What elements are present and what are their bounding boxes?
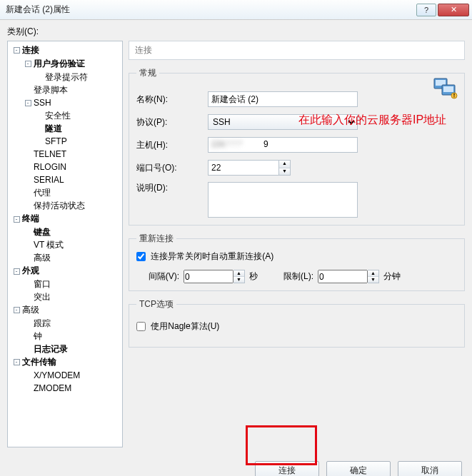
tree-node-keyboard[interactable]: 键盘	[34, 227, 51, 237]
group-tcp: TCP选项 使用Nagle算法(U)	[129, 298, 465, 348]
group-general-title: 常规	[136, 67, 159, 79]
host-redacted: 104.*.*.*	[211, 139, 242, 149]
svg-point-6	[453, 96, 455, 98]
limit-spinner[interactable]: ▲▼	[368, 270, 379, 283]
port-input[interactable]	[208, 160, 279, 176]
cancel-button[interactable]: 取消	[398, 461, 462, 476]
tree-node-vt[interactable]: VT 模式	[34, 240, 64, 250]
limit-label: 限制(L):	[271, 270, 313, 283]
nagle-checkbox-label[interactable]: 使用Nagle算法(U)	[136, 321, 219, 331]
tree-toggle-icon[interactable]: -	[12, 356, 21, 369]
tree-node-telnet[interactable]: TELNET	[34, 149, 66, 159]
hosts-icon	[433, 78, 458, 99]
interval-spinner[interactable]: ▲▼	[234, 270, 245, 283]
category-label: 类别(C):	[7, 26, 465, 38]
limit-input[interactable]	[318, 270, 368, 283]
titlebar: 新建会话 (2)属性 ? ✕	[0, 0, 472, 20]
auto-reconnect-checkbox-label[interactable]: 连接异常关闭时自动重新连接(A)	[136, 251, 273, 261]
tree-toggle-icon[interactable]: -	[12, 44, 21, 57]
interval-unit: 秒	[249, 270, 258, 283]
category-tree[interactable]: -连接 -用户身份验证 登录提示符 登录脚本 -SSH 安全性 隧道 SFTP …	[7, 41, 123, 447]
desc-label: 说明(D):	[136, 182, 208, 194]
svg-rect-5	[453, 93, 455, 96]
auto-reconnect-checkbox[interactable]	[136, 252, 146, 261]
name-input[interactable]	[208, 91, 358, 107]
close-button[interactable]: ✕	[438, 4, 469, 16]
tree-node-userauth[interactable]: 用户身份验证	[34, 59, 85, 69]
tree-node-rlogin[interactable]: RLOGIN	[34, 162, 66, 172]
tree-node-proxy[interactable]: 代理	[34, 188, 51, 198]
description-textarea[interactable]	[208, 182, 358, 218]
annotation-text: 在此输入你的云服务器IP地址	[298, 112, 446, 128]
tree-node-bell[interactable]: 钟	[34, 331, 42, 341]
tree-node-serial[interactable]: SERIAL	[34, 175, 64, 185]
tree-toggle-icon[interactable]: -	[24, 58, 32, 71]
tree-node-trace[interactable]: 跟踪	[34, 318, 51, 328]
tree-node-security[interactable]: 安全性	[45, 111, 71, 121]
interval-input[interactable]	[184, 270, 234, 283]
tree-toggle-icon[interactable]: -	[12, 304, 21, 317]
host-label: 主机(H):	[136, 139, 208, 151]
group-tcp-title: TCP选项	[136, 298, 176, 310]
host-suffix: 9	[263, 139, 268, 149]
limit-unit: 分钟	[383, 270, 401, 283]
tree-node-terminal[interactable]: 终端	[22, 213, 39, 223]
group-reconnect: 重新连接 连接异常关闭时自动重新连接(A) 间隔(V): ▲▼ 秒	[129, 233, 465, 291]
tree-node-loginprompt[interactable]: 登录提示符	[45, 72, 88, 82]
tree-node-highlight[interactable]: 突出	[34, 292, 51, 302]
tree-node-filetx[interactable]: 文件传输	[22, 357, 56, 367]
tree-node-keepalive[interactable]: 保持活动状态	[34, 201, 85, 211]
svg-rect-3	[443, 86, 453, 92]
ok-button[interactable]: 确定	[326, 461, 391, 476]
tree-node-sftp[interactable]: SFTP	[45, 136, 67, 146]
tree-node-window[interactable]: 窗口	[34, 279, 51, 289]
tree-toggle-icon[interactable]: -	[24, 96, 32, 109]
port-spinner[interactable]: ▲▼	[279, 160, 291, 176]
dialog-footer: 连接 确定 取消	[0, 457, 472, 476]
tree-node-term-adv[interactable]: 高级	[34, 253, 51, 263]
help-button[interactable]: ?	[416, 4, 436, 16]
tree-node-logging[interactable]: 日志记录	[34, 344, 68, 354]
tree-node-ssh[interactable]: SSH	[34, 98, 51, 108]
protocol-label: 协议(P):	[136, 116, 208, 128]
nagle-checkbox[interactable]	[136, 322, 146, 331]
dialog-body: 类别(C): -连接 -用户身份验证 登录提示符 登录脚本 -SSH 安全性 隧…	[0, 20, 472, 457]
tree-node-tunnel[interactable]: 隧道	[45, 123, 62, 133]
tree-node-xymodem[interactable]: X/YMODEM	[34, 370, 80, 380]
tree-node-connection[interactable]: 连接	[22, 45, 39, 55]
port-label: 端口号(O):	[136, 162, 208, 174]
tree-node-loginscript[interactable]: 登录脚本	[34, 85, 68, 95]
tree-node-zmodem[interactable]: ZMODEM	[34, 383, 71, 393]
breadcrumb: 连接	[129, 41, 465, 60]
name-label: 名称(N):	[136, 93, 208, 106]
tree-toggle-icon[interactable]: -	[12, 213, 21, 226]
properties-panel: 连接 常规 名称(N): 协议(P):	[129, 41, 465, 447]
connect-button[interactable]: 连接	[255, 461, 319, 476]
group-reconnect-title: 重新连接	[136, 233, 176, 245]
group-general: 常规 名称(N): 协议(P): SSH 主机(H): 104.*.*.*	[129, 67, 465, 226]
tree-toggle-icon[interactable]: -	[12, 265, 21, 278]
window-title: 新建会话 (2)属性	[6, 4, 415, 16]
interval-label: 间隔(V):	[136, 270, 179, 283]
tree-node-appearance[interactable]: 外观	[22, 265, 39, 275]
tree-node-advanced[interactable]: 高级	[22, 305, 39, 315]
